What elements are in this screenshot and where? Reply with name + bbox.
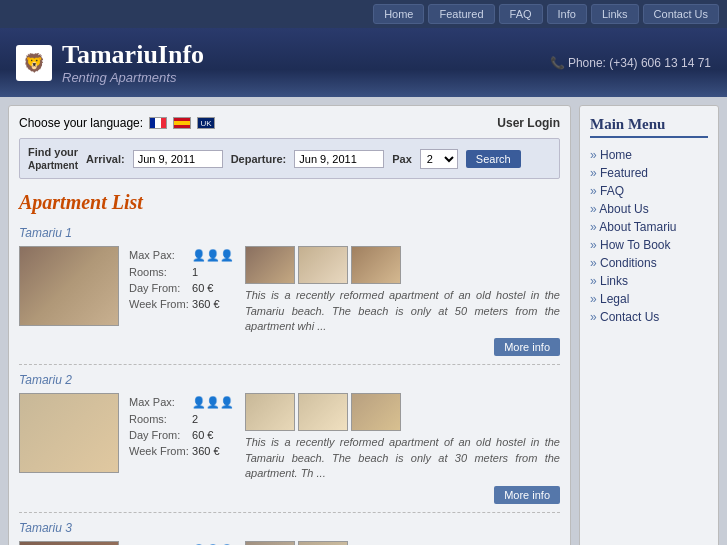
sidebar-link-conditions[interactable]: Conditions	[590, 256, 657, 270]
apt-1-thumb-2[interactable]	[298, 246, 348, 284]
nav-info[interactable]: Info	[547, 4, 587, 24]
header-phone: 📞 Phone: (+34) 606 13 14 71	[550, 56, 711, 70]
sidebar-link-links[interactable]: Links	[590, 274, 628, 288]
sidebar: Main Menu Home Featured FAQ About Us Abo…	[579, 105, 719, 545]
apt-1-dayfrom-label: Day From:	[129, 281, 190, 295]
sidebar-item-legal: Legal	[590, 290, 708, 308]
apartment-item-2: Tamariu 2 Max Pax:👤👤👤 Rooms:2 Day From:6…	[19, 365, 560, 512]
sidebar-item-faq: FAQ	[590, 182, 708, 200]
departure-label: Departure:	[231, 153, 287, 165]
apartment-item-1: Tamariu 1 Max Pax:👤👤👤 Rooms:1 Day From:6…	[19, 218, 560, 365]
apt-2-details: Max Pax:👤👤👤 Rooms:2 Day From:60 € Week F…	[127, 393, 237, 503]
apt-2-weekfrom-value: 360 €	[192, 444, 235, 458]
pax-label: Pax	[392, 153, 412, 165]
sidebar-link-about-tamariu[interactable]: About Tamariu	[590, 220, 677, 234]
logo-icon: 🦁	[16, 45, 52, 81]
sidebar-item-about-tamariu: About Tamariu	[590, 218, 708, 236]
sidebar-link-home[interactable]: Home	[590, 148, 632, 162]
apt-2-more-info-row: More info	[245, 486, 560, 504]
flag-french[interactable]	[149, 117, 167, 129]
apt-2-maxpax-icons: 👤👤👤	[192, 395, 235, 410]
apt-3-thumbs	[245, 541, 560, 545]
nav-faq[interactable]: FAQ	[499, 4, 543, 24]
apt-1-main-image[interactable]	[19, 246, 119, 326]
apt-2-right: This is a recently reformed apartment of…	[245, 393, 560, 503]
apartment-item-3: Tamariu 3 Max Pax:👤👤👤 Rooms:1 Day From:6…	[19, 513, 560, 545]
site-header: 🦁 TamariuInfo Renting Apartments 📞 Phone…	[0, 28, 727, 97]
apt-2-dayfrom-label: Day From:	[129, 428, 190, 442]
apt-1-rooms-label: Rooms:	[129, 265, 190, 279]
apt-2-thumb-2[interactable]	[298, 393, 348, 431]
flag-spanish[interactable]	[173, 117, 191, 129]
search-bar: Find your Apartment Arrival: Departure: …	[19, 138, 560, 179]
flag-english[interactable]: UK	[197, 117, 215, 129]
arrival-label: Arrival:	[86, 153, 125, 165]
sidebar-item-about-us: About Us	[590, 200, 708, 218]
apt-1-details: Max Pax:👤👤👤 Rooms:1 Day From:60 € Week F…	[127, 246, 237, 356]
sidebar-link-how-to-book[interactable]: How To Book	[590, 238, 671, 252]
arrival-input[interactable]	[133, 150, 223, 168]
top-navigation: Home Featured FAQ Info Links Contact Us	[0, 0, 727, 28]
apt-1-weekfrom-value: 360 €	[192, 297, 235, 311]
apt-2-more-info-button[interactable]: More info	[494, 486, 560, 504]
apt-3-thumb-2[interactable]	[298, 541, 348, 545]
apt-2-thumbs	[245, 393, 560, 431]
sidebar-title: Main Menu	[590, 116, 708, 138]
sidebar-item-contact-us: Contact Us	[590, 308, 708, 326]
apt-1-description: This is a recently reformed apartment of…	[245, 288, 560, 334]
find-label: Find your Apartment	[28, 145, 78, 172]
lang-section: Choose your language: UK	[19, 116, 215, 130]
header-title-block: TamariuInfo Renting Apartments	[62, 40, 204, 85]
sidebar-item-conditions: Conditions	[590, 254, 708, 272]
apt-3-thumb-1[interactable]	[245, 541, 295, 545]
sidebar-item-links: Links	[590, 272, 708, 290]
apt-3-main-image[interactable]	[19, 541, 119, 545]
apt-3-details: Max Pax:👤👤👤 Rooms:1 Day From:60 € Week F…	[127, 541, 237, 545]
phone-number: Phone: (+34) 606 13 14 71	[568, 56, 711, 70]
apt-2-content: Max Pax:👤👤👤 Rooms:2 Day From:60 € Week F…	[19, 393, 560, 503]
apt-1-maxpax-label: Max Pax:	[129, 248, 190, 263]
apt-1-thumbs	[245, 246, 560, 284]
apt-3-right: This is a recently reformed apartment of…	[245, 541, 560, 545]
apt-2-weekfrom-label: Week From:	[129, 444, 190, 458]
sidebar-link-about-us[interactable]: About Us	[590, 202, 649, 216]
apt-2-description: This is a recently reformed apartment of…	[245, 435, 560, 481]
nav-contact[interactable]: Contact Us	[643, 4, 719, 24]
apt-2-main-image[interactable]	[19, 393, 119, 473]
sidebar-menu: Home Featured FAQ About Us About Tamariu…	[590, 146, 708, 326]
sidebar-link-featured[interactable]: Featured	[590, 166, 648, 180]
sidebar-link-faq[interactable]: FAQ	[590, 184, 624, 198]
apt-2-maxpax-label: Max Pax:	[129, 395, 190, 410]
apt-3-content: Max Pax:👤👤👤 Rooms:1 Day From:60 € Week F…	[19, 541, 560, 545]
apt-2-thumb-3[interactable]	[351, 393, 401, 431]
site-subtitle: Renting Apartments	[62, 70, 204, 85]
apt-1-thumb-3[interactable]	[351, 246, 401, 284]
apt-list-title: Apartment List	[19, 191, 560, 214]
sidebar-item-home: Home	[590, 146, 708, 164]
departure-input[interactable]	[294, 150, 384, 168]
pax-select[interactable]: 1 2 3 4 5 6	[420, 149, 458, 169]
content-area: Choose your language: UK User Login Find…	[8, 105, 571, 545]
apt-1-weekfrom-label: Week From:	[129, 297, 190, 311]
main-container: Choose your language: UK User Login Find…	[0, 97, 727, 545]
sidebar-item-how-to-book: How To Book	[590, 236, 708, 254]
apt-2-thumb-1[interactable]	[245, 393, 295, 431]
sidebar-link-contact-us[interactable]: Contact Us	[590, 310, 659, 324]
apt-2-rooms-value: 2	[192, 412, 235, 426]
apt-1-more-info-button[interactable]: More info	[494, 338, 560, 356]
apt-2-rooms-label: Rooms:	[129, 412, 190, 426]
search-button[interactable]: Search	[466, 150, 521, 168]
apt-3-name: Tamariu 3	[19, 521, 560, 535]
phone-icon: 📞	[550, 56, 565, 70]
user-login-label[interactable]: User Login	[497, 116, 560, 130]
nav-featured[interactable]: Featured	[428, 4, 494, 24]
apt-2-dayfrom-value: 60 €	[192, 428, 235, 442]
header-branding: 🦁 TamariuInfo Renting Apartments	[16, 40, 204, 85]
apt-1-thumb-1[interactable]	[245, 246, 295, 284]
apt-1-dayfrom-value: 60 €	[192, 281, 235, 295]
nav-links[interactable]: Links	[591, 4, 639, 24]
nav-home[interactable]: Home	[373, 4, 424, 24]
apt-1-maxpax-icons: 👤👤👤	[192, 248, 235, 263]
sidebar-link-legal[interactable]: Legal	[590, 292, 629, 306]
apt-1-content: Max Pax:👤👤👤 Rooms:1 Day From:60 € Week F…	[19, 246, 560, 356]
